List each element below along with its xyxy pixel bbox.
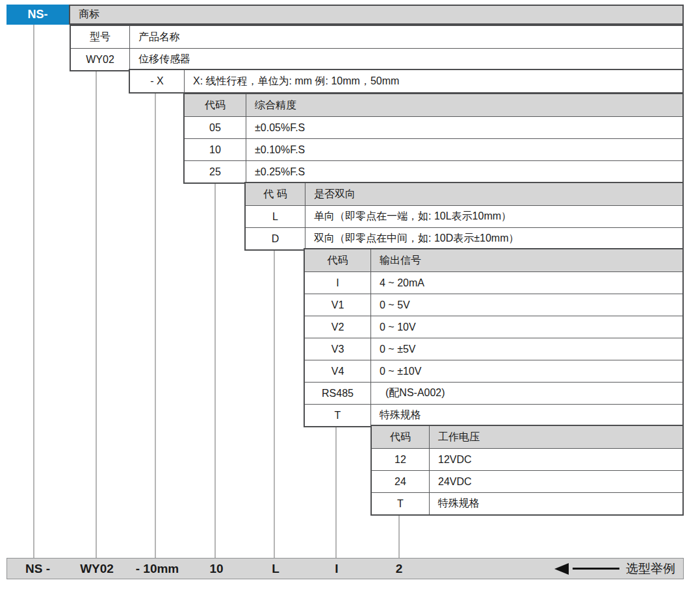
model-table-header-code: 型号 xyxy=(71,26,129,48)
voltage-code: 12 xyxy=(372,448,429,470)
connector-line xyxy=(33,25,34,558)
direction-code: L xyxy=(246,205,305,227)
voltage-header-code: 代码 xyxy=(372,426,429,448)
example-item: I xyxy=(335,562,338,576)
output-value: 0 ~ 10V xyxy=(370,316,682,338)
output-code: RS485 xyxy=(305,382,370,404)
accuracy-code: 25 xyxy=(185,160,246,182)
direction-header-name: 是否双向 xyxy=(305,183,682,205)
accuracy-code: 05 xyxy=(185,116,246,138)
accuracy-header-code: 代码 xyxy=(185,94,246,116)
accuracy-value: ±0.05%F.S xyxy=(246,116,682,138)
example-item: NS - xyxy=(25,562,50,576)
output-code: I xyxy=(305,271,370,294)
accuracy-table: 代码 综合精度 05 ±0.05%F.S 10 ±0.10%F.S 25 ±0.… xyxy=(183,93,684,184)
output-value: 0 ~ 5V xyxy=(370,294,682,316)
example-bar: NS - WY02 - 10mm 10 L I 2 选型举例 xyxy=(6,558,684,579)
model-code: WY02 xyxy=(71,48,129,70)
output-signal-table: 代码 输出信号 I 4 ~ 20mA V1 0 ~ 5V V2 0 ~ 10V … xyxy=(304,248,684,427)
voltage-code: T xyxy=(372,492,429,514)
example-pointer: 选型举例 xyxy=(554,559,675,579)
connector-line xyxy=(274,247,275,558)
accuracy-value: ±0.25%F.S xyxy=(246,160,682,182)
direction-code: D xyxy=(246,227,305,249)
direction-header-code: 代 码 xyxy=(246,183,305,205)
output-value: 4 ~ 20mA xyxy=(370,271,682,294)
stroke-code: - X xyxy=(130,70,184,92)
output-value: 0 ~ ±10V xyxy=(370,360,682,382)
example-item: WY02 xyxy=(80,562,114,576)
output-header-name: 输出信号 xyxy=(370,249,682,271)
stroke-row: - X X: 线性行程，单位为: mm 例: 10mm，50mm xyxy=(129,69,684,94)
connector-line xyxy=(155,91,156,558)
left-arrow-icon xyxy=(554,563,569,575)
voltage-header-name: 工作电压 xyxy=(429,426,682,448)
output-code: T xyxy=(305,404,370,426)
output-header-code: 代码 xyxy=(305,249,370,271)
accuracy-value: ±0.10%F.S xyxy=(246,138,682,160)
output-value: (配NS-A002) xyxy=(370,382,682,404)
voltage-table: 代码 工作电压 12 12VDC 24 24VDC T 特殊规格 xyxy=(370,425,684,516)
output-value: 0 ~ ±5V xyxy=(370,338,682,360)
voltage-value: 12VDC xyxy=(429,448,682,470)
trademark-cell: 商标 xyxy=(69,5,684,25)
voltage-code: 24 xyxy=(372,470,429,492)
stroke-desc: X: 线性行程，单位为: mm 例: 10mm，50mm xyxy=(184,70,682,92)
example-item: 2 xyxy=(396,562,403,576)
connector-line xyxy=(398,512,400,558)
output-code: V3 xyxy=(305,338,370,360)
example-label: 选型举例 xyxy=(626,560,675,577)
brand-prefix-badge: NS- xyxy=(6,5,69,25)
example-item: - 10mm xyxy=(136,562,179,576)
output-code: V1 xyxy=(305,294,370,316)
example-item: L xyxy=(272,562,279,576)
ordering-code-diagram: NS- 商标 型号 产品名称 WY02 位移传感器 - X X: 线性行程，单位… xyxy=(0,0,700,591)
model-table: 型号 产品名称 WY02 位移传感器 xyxy=(70,25,684,71)
voltage-value: 24VDC xyxy=(429,470,682,492)
arrow-shaft xyxy=(573,568,619,570)
voltage-value: 特殊规格 xyxy=(429,492,682,514)
output-code: V2 xyxy=(305,316,370,338)
connector-line xyxy=(335,425,337,558)
trademark-label: 商标 xyxy=(79,8,99,21)
connector-line xyxy=(96,69,97,558)
output-code: V4 xyxy=(305,360,370,382)
direction-table: 代 码 是否双向 L 单向（即零点在一端，如: 10L表示10mm） D 双向（… xyxy=(244,182,684,251)
accuracy-code: 10 xyxy=(185,138,246,160)
direction-value: 单向（即零点在一端，如: 10L表示10mm） xyxy=(305,205,682,227)
direction-value: 双向（即零点在中间，如: 10D表示±10mm） xyxy=(305,227,682,249)
example-item: 10 xyxy=(209,562,223,576)
model-table-header-name: 产品名称 xyxy=(129,26,682,48)
connector-line xyxy=(214,181,216,558)
output-value: 特殊规格 xyxy=(370,404,682,426)
model-name: 位移传感器 xyxy=(129,48,682,70)
accuracy-header-name: 综合精度 xyxy=(246,94,682,116)
brand-prefix-label: NS- xyxy=(28,8,48,21)
